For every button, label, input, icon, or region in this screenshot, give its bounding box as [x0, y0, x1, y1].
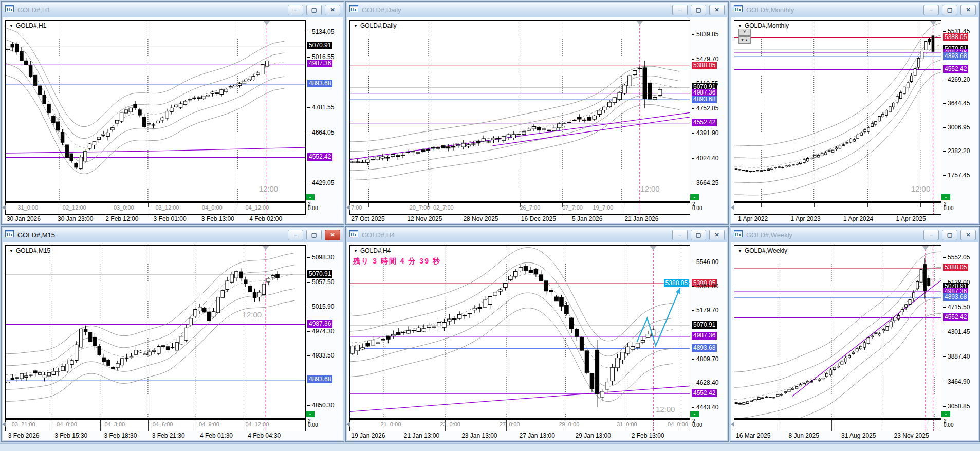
- chart-symbol-label: ▼GOLD#,H4: [354, 247, 391, 254]
- close-button[interactable]: ✕: [709, 5, 725, 15]
- date-label: 30 Jan 2026: [7, 215, 41, 222]
- price-label-4552-42: 4552.42: [692, 119, 717, 126]
- price-label-5070-91: 5070.91: [692, 321, 717, 329]
- maximize-button[interactable]: ▢: [306, 230, 322, 240]
- close-button[interactable]: ✕: [709, 230, 725, 240]
- strip-separator-line: [244, 420, 244, 431]
- price-label-3644-45: 3644.45: [943, 100, 971, 107]
- chart-area[interactable]: ▼GOLD#,Daily12:00: [349, 20, 690, 202]
- price-label-4552-42: 4552.42: [943, 313, 968, 321]
- scroll-arrow-icon[interactable]: [731, 205, 734, 210]
- close-button[interactable]: ✕: [960, 5, 976, 15]
- minimize-button[interactable]: –: [672, 5, 688, 15]
- close-button[interactable]: ✕: [325, 230, 340, 240]
- strip-time-label: 31_0:00: [617, 421, 637, 427]
- scroll-arrow-icon[interactable]: [731, 422, 734, 427]
- title-bar[interactable]: GOLD#,M15–▢✕: [3, 228, 343, 243]
- strip-time-label: 04_12:00: [245, 204, 269, 211]
- price-label-5546-00: 5546.00: [692, 258, 720, 266]
- close-button[interactable]: ✕: [325, 5, 340, 15]
- chart-symbol-label: ▼GOLD#,Daily: [354, 22, 397, 29]
- chart-area[interactable]: ▼GOLD#,H412:00残り 3 時間 4 分 39 秒5388.05: [349, 245, 690, 419]
- time-axis[interactable]: 1 Apr 20221 Apr 20231 Apr 20241 Apr 2025: [734, 215, 940, 223]
- dropdown-icon: ▼: [738, 249, 742, 253]
- scroll-arrow-icon[interactable]: [2, 205, 6, 210]
- title-bar[interactable]: GOLD#,Monthly–▢✕: [731, 3, 978, 18]
- scroll-arrow-icon[interactable]: [2, 422, 6, 427]
- maximize-button[interactable]: ▢: [691, 230, 706, 240]
- date-label: 30 Jan 23:00: [58, 215, 93, 222]
- price-axis[interactable]: 5531.455388.055070.914987.364893.684552.…: [941, 20, 978, 220]
- price-axis[interactable]: 5552.055388.055128.005070.914987.364893.…: [941, 245, 978, 437]
- price-label-4987-36: 4987.36: [307, 320, 332, 328]
- y-scale-widget[interactable]: Y▼▲: [738, 29, 751, 44]
- date-label: 3 Feb 01:00: [154, 215, 187, 222]
- scroll-arrow-icon[interactable]: [346, 205, 350, 210]
- price-label-5388-05: 5388.05: [692, 62, 717, 69]
- price-label-4893-68: 4893.68: [692, 96, 717, 103]
- maximize-button[interactable]: ▢: [306, 5, 322, 15]
- minimize-button[interactable]: –: [923, 230, 939, 240]
- price-axis[interactable]: 5098.305070.915057.505015.904987.364974.…: [306, 245, 343, 437]
- chart-area[interactable]: ▼GOLD#,M1512:00: [5, 245, 306, 419]
- maximize-button[interactable]: ▢: [691, 5, 706, 15]
- title-bar[interactable]: GOLD#,H1–▢✕: [3, 3, 343, 18]
- minimize-button[interactable]: –: [288, 230, 303, 240]
- time-axis[interactable]: 27 Oct 202512 Nov 202528 Nov 202516 Dec …: [349, 215, 689, 223]
- y-scale-button[interactable]: Y: [738, 29, 751, 36]
- minimize-button[interactable]: –: [923, 5, 939, 15]
- price-label-4893-68: 4893.68: [307, 375, 332, 383]
- price-label-4893-68: 4893.68: [307, 80, 332, 87]
- date-label: 1 Apr 2024: [843, 215, 873, 222]
- time-axis[interactable]: 16 Mar 20258 Jun 202531 Aug 202523 Nov 2…: [734, 432, 940, 440]
- scroll-arrow-icon[interactable]: [346, 422, 350, 427]
- date-label: 23 Nov 2025: [894, 432, 929, 439]
- strip-pink-line: [933, 420, 934, 431]
- title-bar[interactable]: GOLD#,H4–▢✕: [347, 228, 727, 243]
- price-label-4443-40: 4443.40: [692, 404, 720, 411]
- date-label: 27 Oct 2025: [351, 215, 384, 222]
- window-title: GOLD#,H1: [17, 6, 285, 14]
- strip-separator-line: [60, 203, 60, 214]
- chart-area[interactable]: ▼GOLD#,Weekly: [734, 245, 941, 419]
- maximize-button[interactable]: ▢: [942, 230, 957, 240]
- strip-time-label: 20_7:00: [410, 204, 430, 211]
- maximize-button[interactable]: ▢: [942, 5, 957, 15]
- title-bar[interactable]: GOLD#,Daily–▢✕: [347, 3, 727, 18]
- date-label: 12 Nov 2025: [407, 215, 442, 222]
- chart-symbol-text: GOLD#,Daily: [360, 22, 397, 29]
- title-bar[interactable]: GOLD#,Weekly–▢✕: [731, 228, 978, 243]
- period-strip[interactable]: 03_21:0004_0:0004_3:0004_6:0004_9:0004_1…: [5, 419, 306, 431]
- price-label-3006-95: 3006.95: [943, 124, 971, 131]
- period-strip[interactable]: 7:0020_7:0002_7:0026_7:0007_7:0019_7:00: [349, 202, 690, 215]
- price-axis[interactable]: 5839.855479.705388.055119.555070.914987.…: [690, 20, 727, 220]
- chart-area[interactable]: ▼GOLD#,Monthly12:00Y▼▲: [734, 20, 941, 202]
- period-strip[interactable]: [734, 202, 941, 215]
- time-axis[interactable]: 3 Feb 20263 Feb 15:303 Feb 18:303 Feb 21…: [5, 432, 305, 440]
- strip-time-label: 29_0:00: [559, 421, 580, 427]
- price-label-1757-45: 1757.45: [943, 172, 971, 179]
- y-scale-arrows[interactable]: ▼▲: [738, 36, 751, 44]
- strip-separator-line: [622, 203, 622, 214]
- strip-time-label: 03_12:00: [156, 204, 179, 211]
- chart-area[interactable]: ▼GOLD#,H112:00: [5, 20, 306, 202]
- date-label: 19 Jan 2026: [351, 432, 385, 439]
- close-button[interactable]: ✕: [960, 230, 976, 240]
- time-axis[interactable]: 19 Jan 202621 Jan 13:0023 Jan 13:0027 Ja…: [349, 432, 689, 440]
- price-label-4752-05: 4752.05: [692, 105, 720, 112]
- indicator-value-tag: -: [306, 411, 315, 417]
- minimize-button[interactable]: –: [672, 230, 688, 240]
- date-label: 4 Feb 02:00: [249, 215, 282, 222]
- price-axis[interactable]: 5134.055070.915016.554987.364893.684781.…: [306, 20, 343, 220]
- period-strip[interactable]: [734, 419, 941, 431]
- minimize-button[interactable]: –: [288, 5, 303, 15]
- chart-symbol-label: ▼GOLD#,Weekly: [738, 247, 787, 254]
- indicator-value-tag: -: [306, 194, 315, 200]
- time-axis[interactable]: 30 Jan 202630 Jan 23:002 Feb 12:003 Feb …: [5, 215, 305, 223]
- period-strip[interactable]: 21_0:0023_0:0027_0:0029_0:0031_0:0004_0:…: [349, 419, 690, 431]
- strip-separator-line: [814, 203, 815, 214]
- period-strip[interactable]: 31_0:0002_12:0003_0:0003_12:0004_0:0004_…: [5, 202, 306, 215]
- window-title: GOLD#,Weekly: [746, 231, 920, 239]
- price-axis[interactable]: 5546.005388.055361.005179.705070.914987.…: [690, 245, 727, 437]
- strip-time-label: 19_7:00: [593, 204, 614, 211]
